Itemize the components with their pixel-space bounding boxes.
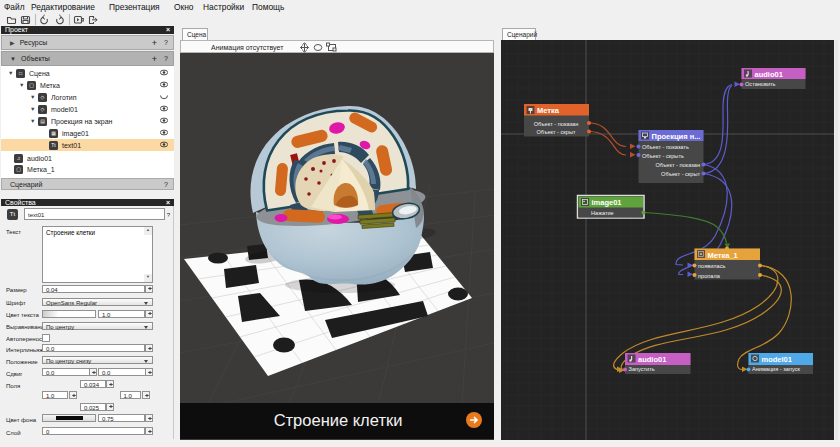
svg-text:появилась: появилась: [698, 263, 725, 269]
svg-text:Объект - скрыт: Объект - скрыт: [537, 129, 576, 135]
svg-text:Объект - скрыть: Объект - скрыть: [642, 153, 684, 159]
svg-text:audio01: audio01: [755, 70, 783, 79]
svg-text:model01: model01: [762, 355, 792, 364]
svg-text:пропала: пропала: [698, 273, 721, 279]
svg-text:Остановить: Остановить: [745, 81, 776, 87]
svg-text:image01: image01: [592, 198, 622, 207]
svg-text:Объект - скрыт: Объект - скрыт: [661, 171, 700, 177]
svg-text:Запустить: Запустить: [629, 366, 655, 372]
svg-text:Объект - показан: Объект - показан: [655, 162, 700, 168]
svg-text:Метка: Метка: [537, 106, 560, 115]
svg-text:Объект - показан: Объект - показан: [534, 121, 579, 127]
svg-text:Анимация - запуск: Анимация - запуск: [752, 366, 800, 372]
svg-text:Метка_1: Метка_1: [708, 251, 738, 260]
svg-text:Нажатие: Нажатие: [591, 210, 614, 216]
svg-text:audio01: audio01: [638, 355, 666, 364]
svg-text:Строение клетки: Строение клетки: [274, 411, 403, 429]
svg-text:Проекция н...: Проекция н...: [652, 132, 701, 141]
svg-text:Объект - показать: Объект - показать: [642, 144, 689, 150]
